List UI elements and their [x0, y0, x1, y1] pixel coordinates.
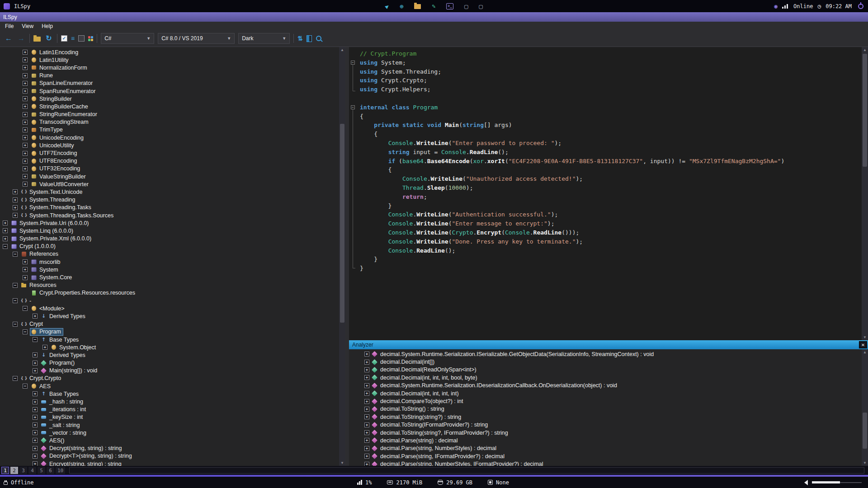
expander-icon[interactable]: − — [13, 252, 18, 257]
tree-row[interactable]: −Crypt — [0, 320, 339, 328]
expander-icon[interactable]: + — [364, 462, 369, 466]
expander-icon[interactable]: + — [33, 415, 38, 420]
expander-icon[interactable]: + — [364, 399, 369, 404]
tree-row[interactable]: +UTF32Encoding — [0, 165, 339, 173]
tree-row[interactable]: +System.Threading — [0, 196, 339, 204]
analyzer-row[interactable]: +decimal.Decimal(ReadOnlySpan<int>) — [364, 366, 862, 374]
tree-row[interactable]: −Program — [0, 328, 339, 336]
expander-icon[interactable]: + — [364, 375, 369, 380]
tree-row[interactable]: −References — [0, 250, 339, 258]
analyzer-row[interactable]: +decimal.Decimal(int, int, int, int) — [364, 389, 862, 397]
tree-row[interactable]: +Derived Types — [0, 312, 339, 320]
tree-row[interactable]: +UTF7Encoding — [0, 149, 339, 157]
workspace-1[interactable]: 1 — [1, 467, 9, 474]
display-icon[interactable]: ▢ — [464, 3, 468, 9]
tree-row[interactable]: +Encrypt(string, string) : string — [0, 460, 339, 466]
task-list[interactable] — [69, 467, 864, 474]
expander-icon[interactable]: + — [364, 430, 369, 435]
folder-icon[interactable] — [414, 4, 421, 9]
expander-icon[interactable]: + — [33, 368, 38, 373]
tree-row[interactable]: +System.Threading.Tasks.Sources — [0, 211, 339, 219]
expander-icon[interactable]: + — [23, 96, 28, 101]
language-select[interactable]: C#▼ — [101, 33, 154, 44]
terminal-icon[interactable]: >_ — [446, 3, 453, 9]
expander-icon[interactable]: + — [42, 345, 47, 350]
window-title-bar[interactable]: ILSpy — [0, 12, 868, 22]
tree-row[interactable]: −<Module> — [0, 305, 339, 312]
expander-icon[interactable]: + — [23, 159, 28, 164]
tree-scrollbar[interactable]: ▲ ▼ — [339, 47, 345, 466]
tree-row[interactable]: +UTF8Encoding — [0, 157, 339, 165]
tree-row[interactable]: Crypt.Properties.Resources.resources — [0, 289, 339, 297]
code-scrollbar[interactable]: ▲ ▼ — [862, 47, 868, 340]
close-icon[interactable]: ✕ — [859, 341, 867, 348]
tree-row[interactable]: +_vector : string — [0, 429, 339, 436]
tree-row[interactable]: +SpanLineEnumerator — [0, 80, 339, 87]
expander-icon[interactable]: + — [33, 461, 38, 466]
expander-icon[interactable]: − — [23, 384, 28, 389]
tree-row[interactable]: +System.Text.Unicode — [0, 188, 339, 196]
tree-row[interactable]: +ValueStringBuilder — [0, 173, 339, 180]
expander-icon[interactable]: − — [33, 337, 38, 342]
tree-row[interactable]: +System.Linq (6.0.0.0) — [0, 227, 339, 235]
tree-row[interactable]: +System — [0, 266, 339, 273]
volume-slider[interactable] — [812, 482, 862, 483]
expander-icon[interactable]: + — [33, 399, 38, 404]
globe-icon[interactable]: ⊕ — [400, 3, 403, 9]
tree-row[interactable]: +_keySize : int — [0, 413, 339, 421]
scroll-up-icon[interactable]: ▲ — [862, 47, 868, 53]
tree-row[interactable]: −Resources — [0, 282, 339, 289]
expander-icon[interactable]: + — [23, 81, 28, 86]
decompiled-code[interactable]: // Crypt.Programusing System;using Syste… — [349, 47, 862, 340]
expander-icon[interactable]: − — [13, 376, 18, 381]
power-icon[interactable] — [858, 4, 863, 9]
tree-row[interactable]: −Base Types — [0, 336, 339, 343]
tree-row[interactable]: +TranscodingStream — [0, 118, 339, 126]
expander-icon[interactable]: − — [23, 329, 28, 334]
tree-row[interactable]: +Decrypt(string, string) : string — [0, 445, 339, 452]
tree-row[interactable]: +System.Private.Xml (6.0.0.0) — [0, 235, 339, 243]
expander-icon[interactable]: + — [23, 65, 28, 70]
analyzer-row[interactable]: +decimal.Decimal(int, int, int, bool, by… — [364, 374, 862, 381]
tree-row[interactable]: +UnicodeUtility — [0, 141, 339, 149]
expander-icon[interactable]: + — [364, 352, 369, 357]
tree-row[interactable]: +Rune — [0, 72, 339, 80]
tree-row[interactable]: +AES() — [0, 436, 339, 444]
tree-row[interactable]: +Derived Types — [0, 351, 339, 359]
assembly-tree[interactable]: +Latin1Encoding+Latin1Utility+Normalizat… — [0, 47, 339, 466]
analyzer-row[interactable]: +decimal.Parse(string, NumberStyles, IFo… — [364, 460, 862, 466]
expander-icon[interactable]: + — [23, 275, 28, 280]
expander-icon[interactable]: + — [23, 120, 28, 125]
expander-icon[interactable]: + — [23, 151, 28, 156]
analyzer-row[interactable]: +decimal.System.Runtime.Serialization.ID… — [364, 382, 862, 389]
workspace-4[interactable]: 4 — [28, 467, 36, 474]
tree-row[interactable]: +ValueUtf8Converter — [0, 180, 339, 188]
tree-scrollbar-thumb[interactable] — [340, 124, 344, 323]
analyzer-row[interactable]: +decimal.Decimal(int[]) — [364, 358, 862, 366]
forward-button[interactable]: → — [17, 35, 26, 42]
flatten-namespaces-checkbox[interactable]: ✓ — [61, 35, 67, 42]
tree-row[interactable]: +Decrypt<T>(string, string) : string — [0, 452, 339, 460]
expander-icon[interactable]: + — [3, 221, 8, 225]
analyzer-row[interactable]: +decimal.Parse(string, IFormatProvider?)… — [364, 452, 862, 460]
menu-help[interactable]: Help — [38, 23, 57, 30]
tree-row[interactable]: +System.Private.Uri (6.0.0.0) — [0, 219, 339, 227]
tree-row[interactable]: +SpanRuneEnumerator — [0, 87, 339, 95]
expander-icon[interactable]: + — [33, 352, 38, 357]
expander-icon[interactable]: + — [33, 438, 38, 443]
expander-icon[interactable]: + — [364, 454, 369, 459]
expander-icon[interactable]: + — [3, 236, 8, 241]
scroll-down-icon[interactable]: ▼ — [862, 334, 868, 340]
tree-row[interactable]: −Crypt (1.0.0.0) — [0, 243, 339, 250]
analyzer-row[interactable]: +decimal.Parse(string) : decimal — [364, 436, 862, 444]
tree-row[interactable]: +_hash : string — [0, 398, 339, 405]
expander-icon[interactable]: − — [13, 322, 18, 327]
panel-splitter[interactable] — [345, 47, 349, 466]
expander-icon[interactable]: + — [23, 57, 28, 62]
expander-icon[interactable]: + — [23, 166, 28, 171]
expander-icon[interactable]: + — [13, 205, 18, 210]
expander-icon[interactable]: + — [33, 454, 38, 459]
tree-row[interactable]: +TrimType — [0, 126, 339, 134]
tree-row[interactable]: +System.Object — [0, 343, 339, 351]
scroll-up-icon[interactable]: ▲ — [862, 349, 868, 355]
